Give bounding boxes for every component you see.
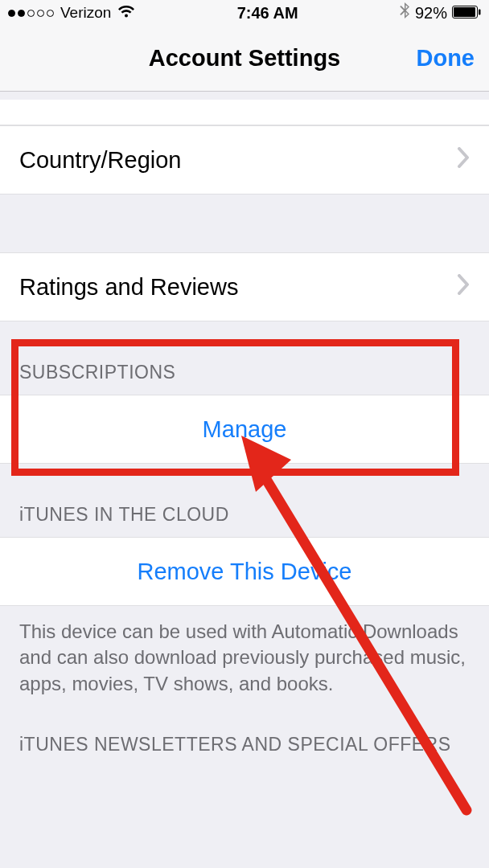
carrier-label: Verizon (60, 4, 111, 22)
bluetooth-icon (400, 2, 410, 24)
status-time: 7:46 AM (237, 4, 298, 23)
ratings-reviews-label: Ratings and Reviews (19, 274, 238, 301)
manage-subscriptions-cell[interactable]: Manage (0, 395, 489, 464)
status-bar: Verizon 7:46 AM 92% (0, 0, 489, 26)
device-footer-text: This device can be used with Automatic D… (0, 606, 489, 705)
itunes-cloud-header: iTUNES IN THE CLOUD (0, 464, 489, 537)
page-title: Account Settings (149, 45, 340, 72)
manage-link[interactable]: Manage (203, 416, 287, 443)
svg-rect-1 (454, 7, 475, 17)
status-left: Verizon (8, 4, 135, 23)
signal-strength-icon (8, 10, 54, 17)
newsletters-header: iTUNES NEWSLETTERS AND SPECIAL OFFERS (0, 705, 489, 767)
nav-bar: Account Settings Done (0, 26, 489, 92)
status-right: 92% (400, 2, 481, 24)
svg-rect-2 (479, 9, 481, 14)
chevron-right-icon (457, 147, 470, 174)
ratings-reviews-cell[interactable]: Ratings and Reviews (0, 252, 489, 321)
chevron-right-icon (457, 274, 470, 301)
remove-device-cell[interactable]: Remove This Device (0, 537, 489, 606)
country-region-label: Country/Region (19, 147, 182, 174)
battery-icon (452, 4, 481, 23)
remove-device-link[interactable]: Remove This Device (137, 559, 351, 585)
done-button[interactable]: Done (417, 45, 475, 72)
country-region-cell[interactable]: Country/Region (0, 125, 489, 194)
wifi-icon (117, 4, 135, 23)
battery-percent: 92% (415, 4, 447, 23)
subscriptions-header: SUBSCRIPTIONS (0, 321, 489, 395)
partial-cell (0, 100, 489, 125)
